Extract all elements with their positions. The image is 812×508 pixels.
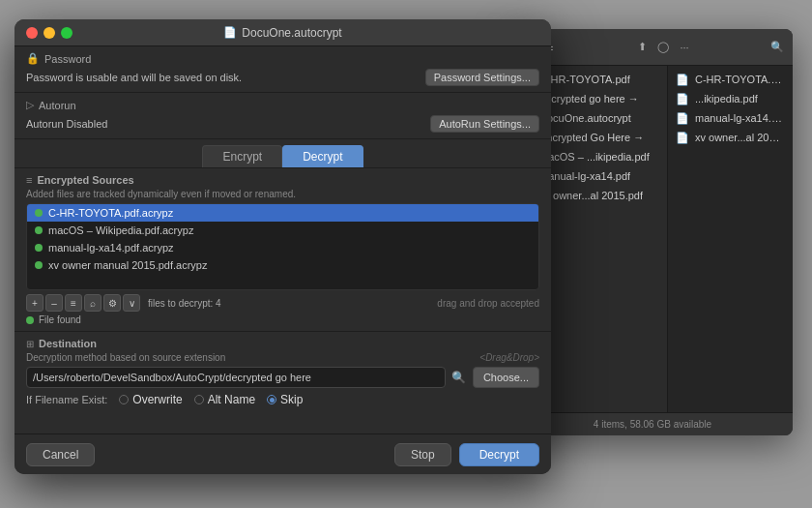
sources-toolbar: + – ≡ ⌕ ⚙ ∨ files to decrypt: 4 drag and…	[26, 294, 539, 312]
list-item[interactable]: xv owner manual 2015.pdf.acrypz	[27, 256, 538, 274]
file-dot	[35, 226, 43, 234]
overwrite-option: Overwrite	[119, 393, 182, 406]
file-name: ...ikipedia.pdf	[695, 93, 758, 105]
settings-files-button[interactable]: ⚙	[103, 294, 121, 312]
destination-subtitle: Decryption method based on source extens…	[26, 352, 539, 363]
file-list: C-HR-TOYOTA.pdf.acrypz macOS – Wikipedia…	[26, 203, 539, 290]
list-view-button[interactable]: ≡	[65, 294, 82, 312]
file-name: DocuOne.autocrypt	[539, 112, 631, 124]
desktop: ⊞ ⚏ ⬆ ◯ ··· 🔍 📄 C-HR-TOYOTA.pdf 📁	[0, 0, 812, 508]
finder-window: ⊞ ⚏ ⬆ ◯ ··· 🔍 📄 C-HR-TOYOTA.pdf 📁	[512, 29, 793, 435]
add-file-button[interactable]: +	[26, 294, 44, 312]
status-dot	[26, 316, 34, 324]
file-name: C-HR-TOYOTA.pdf	[539, 74, 630, 85]
file-name: manual-lg-xa14.pdf	[539, 170, 630, 182]
drag-drop-label: drag and drop accepted	[437, 298, 539, 309]
destination-panel: ⊞ Destination Decryption method based on…	[14, 332, 551, 412]
file-icon: 📄	[676, 111, 689, 125]
maximize-button[interactable]	[61, 27, 72, 39]
list-item[interactable]: 📄 ...ikipedia.pdf	[668, 89, 793, 108]
altname-option: Alt Name	[194, 393, 255, 406]
list-item[interactable]: 📄 xv owner...al 2015.pdf	[668, 128, 793, 147]
file-name: C-HR-TOYOTA.pdf	[695, 74, 785, 85]
destination-path-row: 🔍 Choose...	[26, 367, 539, 388]
remove-file-button[interactable]: –	[45, 294, 63, 312]
finder-icon-search[interactable]: 🔍	[769, 40, 785, 55]
destination-icon: ⊞	[26, 339, 34, 349]
file-icon: 📄	[676, 73, 689, 86]
finder-action-controls: ⬆ ◯ ···	[634, 40, 692, 55]
document-icon: 📄	[223, 26, 237, 39]
tab-encrypt[interactable]: Encrypt	[202, 145, 282, 167]
traffic-lights	[26, 27, 72, 39]
password-settings-button[interactable]: Password Settings...	[425, 69, 539, 86]
close-button[interactable]	[26, 27, 38, 39]
chevron-files-button[interactable]: ∨	[123, 294, 140, 312]
cancel-button[interactable]: Cancel	[26, 443, 95, 466]
file-dot	[35, 209, 43, 217]
destination-header: ⊞ Destination	[26, 338, 539, 349]
stop-button[interactable]: Stop	[394, 443, 451, 466]
list-item[interactable]: C-HR-TOYOTA.pdf.acrypz	[27, 204, 538, 222]
file-name: macOS – ...ikipedia.pdf	[539, 151, 650, 163]
finder-icon-more[interactable]: ···	[677, 40, 692, 55]
sources-subtitle: Added files are tracked dynamically even…	[26, 189, 539, 199]
destination-method-text: Decryption method based on source extens…	[26, 352, 225, 363]
sources-icon: ≡	[26, 174, 32, 186]
autorun-status-text: Autorun Disabled	[26, 118, 107, 130]
file-status-row: File found	[26, 314, 539, 325]
autorun-settings-button[interactable]: AutoRun Settings...	[430, 115, 539, 133]
file-status-text: File found	[39, 314, 81, 325]
overwrite-radio[interactable]	[119, 395, 129, 404]
minimize-button[interactable]	[44, 27, 55, 39]
list-item[interactable]: manual-lg-xa14.pdf.acrypz	[27, 239, 538, 256]
right-actions: Stop Decrypt	[394, 443, 539, 466]
file-name: decrypted go here →	[539, 93, 639, 105]
list-item[interactable]: 📄 manual-lg-xa14.pdf	[668, 108, 793, 128]
autorun-section-header: ▷ Autorun	[26, 99, 539, 111]
skip-radio[interactable]	[267, 395, 276, 404]
file-name: xv owner...al 2015.pdf	[695, 132, 785, 143]
finder-content: 📄 C-HR-TOYOTA.pdf 📁 decrypted go here → …	[512, 66, 793, 412]
altname-radio[interactable]	[194, 395, 204, 404]
overwrite-label: Overwrite	[132, 393, 182, 406]
finder-icon-share[interactable]: ⬆	[634, 40, 650, 55]
decrypt-button[interactable]: Decrypt	[459, 443, 539, 466]
file-name: C-HR-TOYOTA.pdf.acrypz	[48, 207, 173, 219]
finder-column-panel: 📄 C-HR-TOYOTA.pdf 📄 ...ikipedia.pdf 📄 ma…	[667, 66, 793, 412]
finder-status-text: 4 items, 58.06 GB available	[594, 419, 711, 430]
file-name: manual-lg-xa14.pdf	[695, 112, 785, 124]
drag-drop-hint: <Drag&Drop>	[479, 352, 539, 363]
destination-title: Destination	[39, 338, 97, 349]
password-status-text: Password is usable and will be saved on …	[26, 72, 242, 83]
lock-icon: 🔒	[26, 52, 40, 65]
finder-icon-tag[interactable]: ◯	[655, 40, 671, 55]
window-title: 📄 DocuOne.autocrypt	[223, 26, 341, 40]
password-section-row: Password is usable and will be saved on …	[26, 69, 539, 86]
password-section-header: 🔒 Password	[26, 52, 539, 65]
action-bar: Cancel Stop Decrypt	[14, 433, 551, 474]
sources-header: ≡ Encrypted Sources	[26, 174, 539, 186]
choose-destination-button[interactable]: Choose...	[473, 367, 539, 388]
file-name: Encrypted Go Here →	[539, 132, 644, 143]
password-section-title: Password	[44, 53, 91, 65]
file-name: manual-lg-xa14.pdf.acrypz	[48, 242, 174, 254]
sources-panel: ≡ Encrypted Sources Added files are trac…	[14, 168, 551, 332]
skip-option: Skip	[267, 393, 303, 406]
autorun-section-title: Autorun	[39, 100, 76, 111]
file-name: macOS – Wikipedia.pdf.acrypz	[48, 224, 193, 236]
autorun-section: ▷ Autorun Autorun Disabled AutoRun Setti…	[14, 93, 551, 139]
destination-path-input[interactable]	[26, 367, 446, 388]
search-files-button[interactable]: ⌕	[84, 294, 102, 312]
finder-toolbar-icons: ⊞ ⚏ ⬆ ◯ ··· 🔍	[520, 40, 785, 55]
tab-decrypt[interactable]: Decrypt	[282, 145, 362, 167]
path-search-icon[interactable]: 🔍	[450, 368, 469, 387]
file-icon: 📄	[676, 92, 689, 105]
filename-exist-label: If Filename Exist:	[26, 394, 107, 405]
filename-exist-row: If Filename Exist: Overwrite Alt Name Sk…	[26, 393, 539, 406]
list-item[interactable]: 📄 C-HR-TOYOTA.pdf	[668, 70, 793, 89]
sources-title: Encrypted Sources	[37, 174, 133, 186]
skip-label: Skip	[280, 393, 303, 406]
finder-toolbar: ⊞ ⚏ ⬆ ◯ ··· 🔍	[512, 29, 793, 66]
list-item[interactable]: macOS – Wikipedia.pdf.acrypz	[27, 222, 538, 239]
